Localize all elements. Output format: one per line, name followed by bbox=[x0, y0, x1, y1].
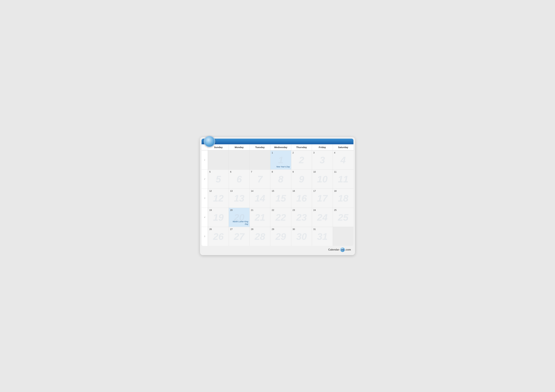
day-number: 1 bbox=[272, 151, 290, 154]
day-cell-12: 1212 bbox=[208, 189, 229, 208]
day-number: 12 bbox=[209, 190, 227, 192]
day-cell-3: 33 bbox=[312, 150, 333, 170]
watermark-28: 28 bbox=[255, 231, 265, 242]
watermark-18: 18 bbox=[338, 193, 348, 204]
day-cell-empty-1 bbox=[229, 150, 249, 170]
day-header-thursday: Thursday bbox=[291, 144, 312, 150]
day-cell-11: 1111 bbox=[333, 170, 353, 189]
day-cell-29: 2929 bbox=[270, 227, 291, 246]
watermark-13: 13 bbox=[234, 193, 244, 204]
watermark-15: 15 bbox=[275, 193, 286, 204]
footer: Calendar- 365 .com bbox=[202, 246, 353, 254]
day-number: 8 bbox=[272, 171, 290, 173]
day-cell-2: 22 bbox=[291, 150, 312, 170]
watermark-24: 24 bbox=[317, 212, 328, 223]
day-cell-20: 2020Martin Luther King Day bbox=[229, 208, 249, 227]
day-headers: SundayMondayTuesdayWednesdayThursdayFrid… bbox=[202, 144, 353, 150]
day-number: 5 bbox=[209, 171, 227, 173]
day-number: 23 bbox=[292, 209, 311, 211]
watermark-22: 22 bbox=[275, 212, 286, 223]
watermark-10: 10 bbox=[317, 174, 328, 185]
day-number: 31 bbox=[313, 228, 331, 230]
day-cell-15: 1515 bbox=[270, 189, 291, 208]
day-number: 18 bbox=[334, 190, 352, 192]
day-cell-30: 3030 bbox=[291, 227, 312, 246]
logo-badge bbox=[204, 136, 215, 147]
day-number: 19 bbox=[209, 209, 227, 211]
footer-right: Calendar- 365 .com bbox=[328, 248, 351, 252]
day-cell-18: 1818 bbox=[333, 189, 353, 208]
watermark-2: 2 bbox=[299, 154, 304, 165]
day-header-tuesday: Tuesday bbox=[249, 144, 270, 150]
page-wrapper: SundayMondayTuesdayWednesdayThursdayFrid… bbox=[200, 137, 355, 255]
day-number: 11 bbox=[334, 171, 352, 173]
week-number-2: 2 bbox=[202, 170, 208, 189]
holiday-label-1: New Year's Day bbox=[276, 166, 290, 168]
day-cell-10: 1010 bbox=[312, 170, 333, 189]
footer-com-text: .com bbox=[345, 248, 351, 251]
day-cell-8: 88 bbox=[270, 170, 291, 189]
watermark-19: 19 bbox=[213, 212, 224, 223]
calendar-row-4: 419192020Martin Luther King Day212122222… bbox=[202, 208, 353, 227]
day-number: 15 bbox=[272, 190, 290, 192]
footer-365-badge: 365 bbox=[340, 248, 345, 252]
day-cell-7: 77 bbox=[249, 170, 270, 189]
day-number: 26 bbox=[209, 228, 227, 230]
watermark-16: 16 bbox=[296, 193, 307, 204]
watermark-17: 17 bbox=[317, 193, 328, 204]
day-number: 20 bbox=[230, 209, 248, 211]
watermark-29: 29 bbox=[275, 231, 286, 242]
day-number: 6 bbox=[230, 171, 248, 173]
watermark-14: 14 bbox=[255, 193, 265, 204]
day-number: 27 bbox=[230, 228, 248, 230]
day-number: 10 bbox=[313, 171, 331, 173]
day-cell-13: 1313 bbox=[229, 189, 249, 208]
watermark-3: 3 bbox=[320, 154, 325, 165]
day-cell-31: 3131 bbox=[312, 227, 333, 246]
watermark-9: 9 bbox=[299, 174, 304, 185]
day-number: 24 bbox=[313, 209, 331, 211]
day-cell-4: 44 bbox=[333, 150, 353, 170]
calendar-grid: 111New Year's Day22334425566778899101011… bbox=[202, 150, 353, 246]
watermark-26: 26 bbox=[213, 231, 224, 242]
day-number: 25 bbox=[334, 209, 352, 211]
day-header-wednesday: Wednesday bbox=[270, 144, 291, 150]
day-cell-empty-6 bbox=[333, 227, 353, 246]
week-number-4: 4 bbox=[202, 208, 208, 227]
calendar-header bbox=[202, 139, 353, 144]
footer-calendar-text: Calendar- bbox=[328, 248, 340, 251]
day-number: 17 bbox=[313, 190, 331, 192]
week-number-3: 3 bbox=[202, 189, 208, 208]
day-cell-empty-0 bbox=[208, 150, 229, 170]
day-cell-19: 1919 bbox=[208, 208, 229, 227]
week-number-5: 5 bbox=[202, 227, 208, 246]
day-number: 3 bbox=[313, 151, 331, 154]
watermark-21: 21 bbox=[255, 212, 265, 223]
watermark-11: 11 bbox=[338, 174, 348, 185]
watermark-23: 23 bbox=[296, 212, 307, 223]
day-number: 7 bbox=[251, 171, 269, 173]
calendar-container: SundayMondayTuesdayWednesdayThursdayFrid… bbox=[202, 144, 353, 246]
day-header-monday: Monday bbox=[229, 144, 249, 150]
day-cell-23: 2323 bbox=[291, 208, 312, 227]
day-cell-26: 2626 bbox=[208, 227, 229, 246]
watermark-25: 25 bbox=[338, 212, 348, 223]
watermark-7: 7 bbox=[257, 174, 263, 185]
day-number: 21 bbox=[251, 209, 269, 211]
day-cell-27: 2727 bbox=[229, 227, 249, 246]
day-number: 2 bbox=[292, 151, 311, 154]
watermark-6: 6 bbox=[236, 174, 242, 185]
watermark-27: 27 bbox=[234, 231, 244, 242]
holiday-label-20: Martin Luther King Day bbox=[229, 221, 248, 225]
day-number: 22 bbox=[272, 209, 290, 211]
day-number: 30 bbox=[292, 228, 311, 230]
day-number: 29 bbox=[272, 228, 290, 230]
day-cell-5: 55 bbox=[208, 170, 229, 189]
calendar-row-3: 31212131314141515161617171818 bbox=[202, 189, 353, 208]
calendar-row-2: 2556677889910101111 bbox=[202, 170, 353, 189]
day-header-friday: Friday bbox=[312, 144, 333, 150]
day-cell-24: 2424 bbox=[312, 208, 333, 227]
calendar-row-1: 111New Year's Day223344 bbox=[202, 150, 353, 170]
watermark-1: 1 bbox=[278, 154, 283, 165]
watermark-30: 30 bbox=[296, 231, 307, 242]
